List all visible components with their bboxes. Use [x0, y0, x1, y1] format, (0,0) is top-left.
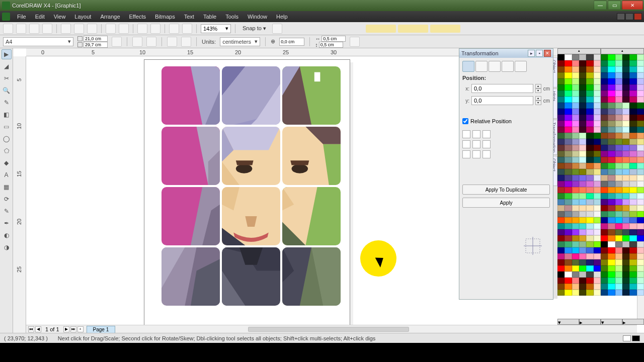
page-tab[interactable]: Page 1: [87, 326, 116, 333]
color-swatch[interactable]: [608, 272, 615, 278]
color-swatch[interactable]: [637, 278, 644, 284]
color-swatch[interactable]: [586, 284, 593, 290]
color-swatch[interactable]: [622, 169, 629, 175]
color-swatch[interactable]: [629, 278, 636, 284]
color-swatch[interactable]: [629, 265, 636, 272]
color-swatch[interactable]: [579, 181, 586, 187]
color-swatch[interactable]: [586, 121, 593, 127]
color-swatch[interactable]: [608, 133, 615, 139]
horizontal-scrollbar[interactable]: [248, 327, 409, 332]
color-swatch[interactable]: [637, 84, 644, 90]
color-swatch[interactable]: [637, 145, 644, 151]
color-swatch[interactable]: [565, 247, 572, 253]
color-swatch[interactable]: [565, 272, 572, 278]
color-swatch[interactable]: [557, 187, 565, 193]
color-swatch[interactable]: [608, 241, 615, 247]
color-swatch[interactable]: [557, 84, 565, 90]
color-swatch[interactable]: [637, 157, 644, 163]
color-swatch[interactable]: [615, 133, 622, 139]
color-swatch[interactable]: [579, 139, 586, 145]
color-swatch[interactable]: [601, 163, 608, 169]
color-swatch[interactable]: [594, 66, 601, 72]
color-swatch[interactable]: [594, 247, 601, 253]
color-swatch[interactable]: [594, 169, 601, 175]
color-swatch[interactable]: [608, 193, 615, 199]
color-swatch[interactable]: [601, 253, 608, 259]
color-swatch[interactable]: [579, 229, 586, 235]
color-swatch[interactable]: [557, 54, 565, 60]
color-swatch[interactable]: [557, 253, 565, 259]
color-swatch[interactable]: [608, 205, 615, 211]
color-swatch[interactable]: [594, 163, 601, 169]
color-swatch[interactable]: [579, 205, 586, 211]
color-swatch[interactable]: [622, 211, 629, 217]
color-swatch[interactable]: [608, 187, 615, 193]
color-swatch[interactable]: [557, 259, 565, 265]
color-swatch[interactable]: [608, 211, 615, 217]
color-swatch[interactable]: [565, 157, 572, 163]
color-swatch[interactable]: [586, 145, 593, 151]
color-swatch[interactable]: [594, 103, 601, 109]
smart-fill-tool[interactable]: ◧: [2, 110, 12, 120]
color-swatch[interactable]: [557, 217, 565, 223]
color-swatch[interactable]: [622, 151, 629, 157]
outline-swatch[interactable]: [632, 335, 640, 341]
color-swatch[interactable]: [615, 109, 622, 115]
color-swatch[interactable]: [608, 103, 615, 109]
skew-tab[interactable]: [515, 61, 527, 72]
color-swatch[interactable]: [608, 84, 615, 90]
color-swatch[interactable]: [565, 60, 572, 66]
color-swatch[interactable]: [608, 229, 615, 235]
outline-tool[interactable]: ✒: [2, 218, 12, 228]
color-swatch[interactable]: [586, 235, 593, 241]
color-swatch[interactable]: [579, 90, 586, 97]
next-page-button[interactable]: ▶: [63, 326, 69, 332]
color-palette-2[interactable]: [601, 54, 644, 319]
color-swatch[interactable]: [557, 115, 565, 121]
mdi-restore-button[interactable]: [625, 13, 633, 20]
color-swatch[interactable]: [637, 187, 644, 193]
color-swatch[interactable]: [622, 290, 629, 296]
color-swatch[interactable]: [579, 290, 586, 296]
menu-tools[interactable]: Tools: [221, 13, 243, 21]
color-swatch[interactable]: [594, 151, 601, 157]
color-swatch[interactable]: [565, 241, 572, 247]
vertical-ruler[interactable]: 5 10 15 20 25: [13, 56, 26, 333]
color-swatch[interactable]: [629, 205, 636, 211]
color-swatch[interactable]: [557, 121, 565, 127]
color-swatch[interactable]: [557, 278, 565, 284]
color-swatch[interactable]: [565, 211, 572, 217]
color-swatch[interactable]: [615, 90, 622, 97]
color-swatch[interactable]: [601, 229, 608, 235]
y-up-button[interactable]: ▴: [535, 96, 541, 101]
color-swatch[interactable]: [579, 121, 586, 127]
palette-flyout-button[interactable]: ▸: [622, 319, 644, 325]
color-swatch[interactable]: [629, 127, 636, 133]
color-swatch[interactable]: [594, 290, 601, 296]
color-swatch[interactable]: [615, 284, 622, 290]
color-swatch[interactable]: [572, 66, 579, 72]
color-swatch[interactable]: [572, 163, 579, 169]
color-swatch[interactable]: [637, 54, 644, 60]
color-swatch[interactable]: [615, 265, 622, 272]
layout-button[interactable]: [167, 37, 177, 47]
color-swatch[interactable]: [586, 54, 593, 60]
color-swatch[interactable]: [565, 54, 572, 60]
color-swatch[interactable]: [629, 229, 636, 235]
color-swatch[interactable]: [565, 84, 572, 90]
color-swatch[interactable]: [586, 193, 593, 199]
color-swatch[interactable]: [586, 97, 593, 103]
color-swatch[interactable]: [615, 78, 622, 84]
color-swatch[interactable]: [594, 109, 601, 115]
menu-file[interactable]: File: [13, 13, 30, 21]
color-swatch[interactable]: [637, 181, 644, 187]
menu-table[interactable]: Table: [199, 13, 220, 21]
color-swatch[interactable]: [608, 169, 615, 175]
color-swatch[interactable]: [622, 175, 629, 181]
color-swatch[interactable]: [637, 163, 644, 169]
color-swatch[interactable]: [557, 272, 565, 278]
color-swatch[interactable]: [629, 223, 636, 229]
color-swatch[interactable]: [586, 127, 593, 133]
color-swatch[interactable]: [565, 109, 572, 115]
color-swatch[interactable]: [615, 259, 622, 265]
